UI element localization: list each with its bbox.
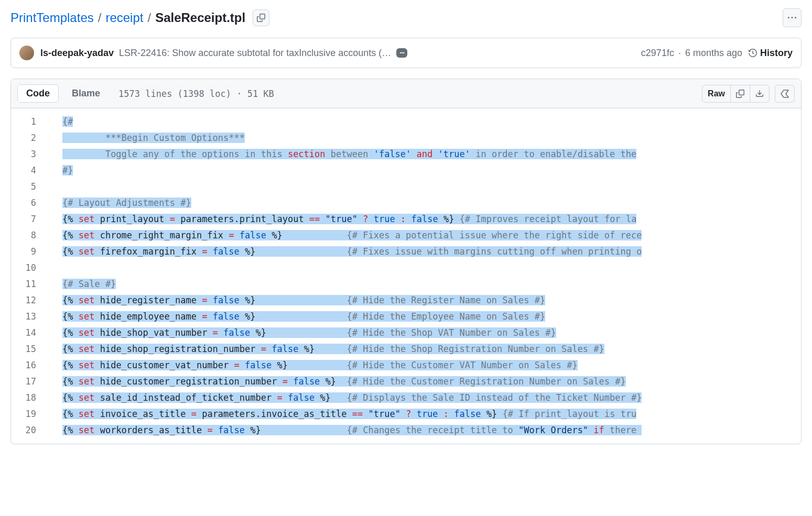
code-area: 1234567891011121314151617181920 {# ***Be… — [11, 108, 801, 444]
latest-commit-box: ls-deepak-yadav LSR-22416: Show accurate… — [10, 38, 802, 68]
code-line[interactable]: {# — [62, 114, 801, 130]
file-header: Code Blame 1573 lines (1398 loc) · 51 KB… — [11, 79, 801, 108]
breadcrumb-file: SaleReceipt.tpl — [155, 10, 245, 25]
symbols-icon — [781, 90, 789, 98]
raw-button[interactable]: Raw — [702, 85, 731, 103]
code-line[interactable]: {# Layout Adjustments #} — [62, 195, 801, 211]
commit-sha[interactable]: c2971fc — [641, 48, 674, 59]
history-label: History — [760, 48, 793, 59]
breadcrumb-sep: / — [98, 10, 102, 25]
tab-blame[interactable]: Blame — [63, 84, 109, 103]
code-line[interactable]: {% set hide_customer_registration_number… — [62, 374, 801, 390]
code-line[interactable]: {% set hide_customer_vat_number = false … — [62, 357, 801, 374]
code-line[interactable]: #} — [62, 162, 801, 179]
code-line[interactable]: {% set sale_id_instead_of_ticket_number … — [62, 390, 801, 406]
breadcrumb-folder[interactable]: receipt — [105, 10, 143, 25]
line-numbers: 1234567891011121314151617181920 — [11, 108, 48, 444]
code-line[interactable]: Toggle any of the options in this sectio… — [62, 146, 801, 162]
copy-path-button[interactable] — [253, 9, 269, 26]
code-line[interactable]: ***Begin Custom Options*** — [62, 130, 801, 146]
kebab-icon — [788, 14, 796, 22]
avatar[interactable] — [19, 46, 34, 60]
code-line[interactable]: {% set firefox_margin_fix = false %} {# … — [62, 244, 801, 260]
copy-icon — [257, 14, 265, 22]
commit-author[interactable]: ls-deepak-yadav — [40, 48, 114, 59]
code-line[interactable]: {% set chrome_right_margin_fix = false %… — [62, 227, 801, 244]
code-line[interactable]: {% set print_layout = parameters.print_l… — [62, 211, 801, 227]
symbols-button[interactable] — [775, 85, 795, 103]
download-icon — [755, 90, 764, 98]
view-switch: Code Blame — [17, 84, 109, 103]
tab-code[interactable]: Code — [17, 84, 59, 103]
breadcrumb: PrintTemplates / receipt / SaleReceipt.t… — [10, 9, 269, 26]
code-line[interactable]: {% set hide_shop_vat_number = false %} {… — [62, 325, 801, 341]
breadcrumb-root[interactable]: PrintTemplates — [10, 10, 94, 25]
code-line[interactable]: {% set workorders_as_title = false %} {#… — [62, 422, 801, 438]
commit-meta: c2971fc · 6 months ago — [641, 48, 742, 59]
breadcrumb-sep: / — [147, 10, 151, 25]
header-row: PrintTemplates / receipt / SaleReceipt.t… — [10, 8, 802, 27]
commit-message[interactable]: LSR-22416: Show accurate subtotal for ta… — [119, 48, 391, 59]
commit-time[interactable]: 6 months ago — [685, 48, 742, 59]
file-info: 1573 lines (1398 loc) · 51 KB — [118, 89, 274, 99]
copy-raw-button[interactable] — [731, 85, 750, 103]
expand-commit-button[interactable]: ··· — [396, 48, 407, 58]
file-box: Code Blame 1573 lines (1398 loc) · 51 KB… — [10, 79, 802, 444]
more-options-button[interactable] — [783, 8, 802, 27]
download-button[interactable] — [750, 85, 770, 103]
copy-icon — [736, 90, 744, 98]
history-icon — [749, 49, 757, 57]
code-line[interactable]: {% set hide_register_name = false %} {# … — [62, 292, 801, 309]
code-line[interactable] — [62, 260, 801, 276]
code-line[interactable] — [62, 179, 801, 195]
toolbar-right: Raw — [702, 85, 795, 103]
code-line[interactable]: {% set hide_shop_registration_number = f… — [62, 341, 801, 357]
code-line[interactable]: {% set invoice_as_title = parameters.inv… — [62, 406, 801, 422]
code-line[interactable]: {# Sale #} — [62, 276, 801, 292]
code-lines[interactable]: {# ***Begin Custom Options*** Toggle any… — [48, 108, 801, 444]
history-link[interactable]: History — [749, 48, 793, 59]
code-line[interactable]: {% set hide_employee_name = false %} {# … — [62, 309, 801, 325]
